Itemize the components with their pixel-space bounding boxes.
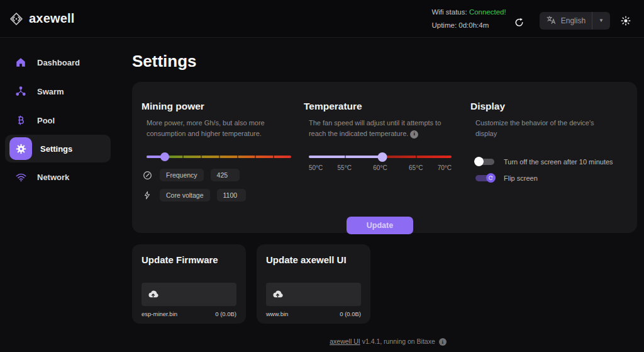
update-ui-title: Update axewell UI [266,254,361,265]
temperature-title: Temperature [304,101,452,112]
tick-label: 70°C [438,164,452,171]
temperature-tick-labels: 50°C 55°C 60°C 65°C 70°C [309,164,452,173]
tick-label: 60°C [373,164,387,171]
core-voltage-label: Core voltage [160,189,210,202]
update-button[interactable]: Update [347,217,413,234]
firmware-filename: esp-miner.bin [142,310,177,317]
uptime-label: Uptime: [431,21,457,29]
temperature-section: Temperature The fan speed will adjust un… [304,101,452,202]
flip-icon [488,175,494,181]
sidebar-item-label: Pool [37,116,55,125]
firmware-file-row: esp-miner.bin 0 (0.0B) [142,310,236,317]
uptime-line: Uptime: 0d:0h:4m [431,19,506,31]
mining-power-slider[interactable] [147,152,291,161]
sidebar-item-network[interactable]: Network [0,162,117,191]
ui-filename: www.bin [266,310,288,317]
slider-tick [201,156,202,158]
firmware-upload-dropzone[interactable] [142,283,236,306]
flip-screen-toggle-row: Flip screen [474,173,618,183]
slider-thumb[interactable] [160,152,169,161]
temperature-description: The fan speed will adjust until it attem… [309,118,452,139]
axewell-logo-icon [9,11,24,26]
slider-tick [416,156,417,158]
slider-tick [182,156,184,158]
sidebar: Dashboard Swarm Pool [0,38,117,351]
flip-screen-toggle[interactable] [474,173,496,183]
sidebar-item-swarm[interactable]: Swarm [0,77,117,106]
slider-tick [237,156,238,158]
sidebar-item-dashboard[interactable]: Dashboard [0,48,117,77]
toggle-thumb[interactable] [486,173,496,183]
home-icon [14,57,27,68]
uptime-value: 0d:0h:4m [458,21,489,29]
restart-icon[interactable] [514,17,525,30]
sidebar-item-label: Dashboard [37,58,80,67]
update-firmware-title: Update Firmware [142,254,236,265]
footer-link[interactable]: axewell UI [330,338,360,345]
update-firmware-card: Update Firmware esp-miner.bin 0 (0.0B) [132,244,246,324]
slider-tick [255,156,256,158]
mining-power-section: Mining power More power, more Gh/s, but … [142,101,291,202]
screen-off-toggle-label: Turn off the screen after 10 minutes [504,158,613,166]
theme-toggle-sun-icon[interactable] [620,15,631,26]
status-block: Wifi status: Connected! Uptime: 0d:0h:4m [431,6,506,31]
brand: axewell [9,11,75,26]
sidebar-item-pool[interactable]: Pool [0,106,117,135]
gear-icon [9,137,32,160]
flip-screen-toggle-label: Flip screen [504,174,538,182]
info-icon[interactable]: i [439,338,447,346]
sidebar-item-settings[interactable]: Settings [5,135,111,162]
footer: axewell UI v1.4.1, running on Bitaxe i [132,338,644,346]
screen-off-toggle[interactable] [474,157,496,166]
cloud-upload-icon [272,290,284,299]
wifi-status-line: Wifi status: Connected! [431,6,506,18]
sidebar-item-label: Swarm [37,87,64,96]
frequency-input[interactable]: 425 [211,169,240,181]
translate-icon [546,15,557,26]
temperature-slider[interactable] [309,152,452,161]
update-ui-card: Update axewell UI www.bin 0 (0.0B) [257,244,370,324]
chevron-down-icon[interactable]: ▼ [592,18,610,23]
frequency-row: Frequency 425 [142,169,291,181]
display-description: Customize the behavior of the device's d… [475,118,618,139]
sidebar-item-label: Settings [40,144,72,154]
temperature-description-text: The fan speed will adjust until it attem… [309,119,441,137]
toggle-thumb[interactable] [474,157,484,166]
mining-power-description: More power, more Gh/s, but also more con… [147,118,291,139]
ui-file-row: www.bin 0 (0.0B) [266,310,361,317]
bitcoin-icon [14,115,27,126]
tick-label: 55°C [338,164,352,171]
page-title: Settings [132,52,644,71]
ui-upload-dropzone[interactable] [266,283,361,306]
firmware-filesize: 0 (0.0B) [215,310,236,317]
language-selector[interactable]: English ▼ [540,12,610,30]
info-icon[interactable]: i [410,130,418,139]
screen-off-toggle-row: Turn off the screen after 10 minutes [474,157,618,166]
core-voltage-input[interactable]: 1100 [217,189,246,202]
ui-filesize: 0 (0.0B) [340,310,361,317]
mining-power-title: Mining power [142,101,291,112]
sidebar-item-label: Network [37,173,69,182]
swarm-nodes-icon [14,86,27,97]
slider-tick [219,156,220,158]
core-voltage-row: Core voltage 1100 [142,189,291,202]
language-value: English [561,16,586,25]
top-bar: axewell Wifi status: Connected! Uptime: … [0,0,644,38]
tick-label: 50°C [309,164,323,171]
settings-card: Mining power More power, more Gh/s, but … [132,82,637,233]
display-title: Display [470,101,618,112]
footer-version-text: v1.4.1, running on Bitaxe [362,338,435,345]
frequency-label: Frequency [160,169,204,181]
slider-tick [345,156,346,158]
gauge-icon [142,170,153,181]
slider-tick [273,156,274,158]
tick-label: 65°C [409,164,423,171]
cloud-upload-icon [147,290,159,299]
display-section: Display Customize the behavior of the de… [470,101,618,202]
wifi-icon [14,171,27,183]
slider-thumb[interactable] [377,152,387,162]
bolt-icon [142,190,153,200]
wifi-status-label: Wifi status: [431,8,467,16]
wifi-status-value: Connected! [469,8,506,16]
brand-name: axewell [29,11,75,26]
